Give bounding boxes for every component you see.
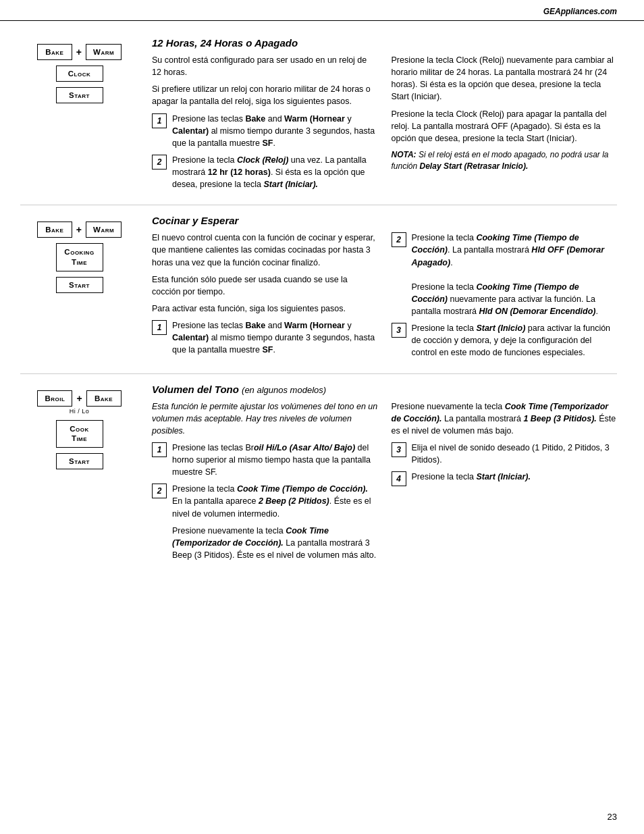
step-1-volumen: 1 Presione las teclas Broil Hi/Lo (Asar … (152, 442, 378, 478)
step-4-volumen: 4 Presione la tecla Start (Iniciar). (392, 471, 618, 486)
title-cocinar: Cocinar y Esperar (152, 215, 617, 226)
content-cocinar: Cocinar y Esperar El nuevo control cuent… (138, 215, 617, 363)
para-2-cocinar: Esta función sólo puede ser usada cuando… (152, 273, 378, 298)
key-row-bake-warm-1: Bake + Warm (37, 44, 122, 60)
step-num-v2: 2 (152, 484, 167, 498)
steps-left-cocinar: 1 Presione las teclas Bake and Warm (Hor… (152, 319, 378, 356)
page-number: 23 (608, 812, 617, 822)
section-12horas: Bake + Warm Clock Start 12 Horas, 24 Hor… (20, 28, 617, 205)
section-cocinar: Bake + Warm CookingTime Start Cocinar y … (20, 205, 617, 373)
plus-2: + (76, 224, 82, 235)
cook-time-key: CookTime (56, 420, 103, 448)
cols-volumen: Esta función le permite ajustar los volú… (152, 400, 617, 566)
broil-key: Broil (37, 390, 72, 407)
warm-key-2: Warm (86, 221, 122, 238)
page-content: Bake + Warm Clock Start 12 Horas, 24 Hor… (0, 21, 644, 581)
bake-key-3: Bake (86, 390, 122, 407)
col-right-volumen: Presione nuevamente la tecla Cook Time (… (392, 400, 618, 566)
title-12horas: 12 Horas, 24 Horas o Apagado (152, 37, 617, 49)
plus-1: + (76, 47, 82, 57)
step-2-cocinar: 2 Presione la tecla Cooking Time (Tiempo… (392, 232, 618, 317)
content-volumen: Volumen del Tono (en algunos modelos) Es… (138, 384, 617, 566)
step-text-2: Presione la tecla Clock (Reloj) una vez.… (172, 154, 378, 190)
para-r1-volumen: Presione nuevamente la tecla Cook Time (… (392, 400, 618, 437)
step-3-cocinar: 3 Presione la tecla Start (Inicio) para … (392, 322, 618, 359)
key-row-cook-time: CookTime (56, 420, 103, 448)
diagram-cocinar: Bake + Warm CookingTime Start (20, 215, 138, 363)
key-row-cooking-time: CookingTime (56, 243, 103, 271)
page-header: GEAppliances.com (0, 0, 644, 21)
step-2-volumen: 2 Presione la tecla Cook Time (Tiempo de… (152, 483, 378, 519)
steps-right-volumen: 3 Elija el nivel de sonido deseado (1 Pi… (392, 442, 618, 486)
step-text-v1: Presione las teclas Broil Hi/Lo (Asar Al… (172, 442, 378, 478)
cols-cocinar: El nuevo control cuenta con la función d… (152, 232, 617, 363)
step-text-v2: Presione la tecla Cook Time (Tiempo de C… (172, 483, 378, 519)
step-3-volumen: 3 Elija el nivel de sonido deseado (1 Pi… (392, 442, 618, 466)
para-r1-12horas: Presione la tecla Clock (Reloj) nuevamen… (392, 54, 618, 103)
content-12horas: 12 Horas, 24 Horas o Apagado Su control … (138, 37, 617, 195)
step-text-c1: Presione las teclas Bake and Warm (Horne… (172, 319, 378, 356)
step-num-2: 2 (152, 155, 167, 170)
para-1-12horas: Su control está configurado para ser usa… (152, 54, 378, 78)
steps-left-volumen: 1 Presione las teclas Broil Hi/Lo (Asar … (152, 442, 378, 520)
title-volumen: Volumen del Tono (en algunos modelos) (152, 384, 617, 395)
plus-3: + (76, 393, 82, 404)
step-num-v4: 4 (392, 471, 406, 486)
section-volumen: Broil + Bake Hi / Lo CookTime Start Volu… (20, 374, 617, 575)
hilo-label: Hi / Lo (70, 408, 90, 415)
key-row-clock: Clock (56, 66, 103, 82)
para-2-12horas: Si prefiere utilizar un reloj con horari… (152, 83, 378, 107)
step-num-1: 1 (152, 113, 167, 128)
key-row-start-3: Start (56, 453, 103, 469)
website-url: GEAppliances.com (543, 7, 617, 16)
step-text-v4: Presione la tecla Start (Iniciar). (412, 471, 531, 483)
step-num-v3: 3 (392, 442, 406, 457)
step-1-12horas: 1 Presione las teclas Bake and Warm (Hor… (152, 113, 378, 149)
cooking-time-key: CookingTime (56, 243, 103, 271)
step-text-c2: Presione la tecla Cooking Time (Tiempo d… (412, 232, 618, 317)
cols-12horas: Su control está configurado para ser usa… (152, 54, 617, 195)
bake-key-2: Bake (37, 221, 72, 238)
para-3-cocinar: Para activar esta función, siga los sigu… (152, 303, 378, 315)
diagram-volumen: Broil + Bake Hi / Lo CookTime Start (20, 384, 138, 566)
start-key-3: Start (56, 453, 103, 469)
step-1-cocinar: 1 Presione las teclas Bake and Warm (Hor… (152, 319, 378, 356)
steps-left-12horas: 1 Presione las teclas Bake and Warm (Hor… (152, 113, 378, 191)
start-key-1: Start (56, 87, 103, 103)
bake-key-1: Bake (37, 44, 72, 60)
step-num-c1: 1 (152, 320, 167, 335)
key-row-start-1: Start (56, 87, 103, 103)
col-right-cocinar: 2 Presione la tecla Cooking Time (Tiempo… (392, 232, 618, 363)
para-1-volumen: Esta función le permite ajustar los volú… (152, 400, 378, 437)
col-right-12horas: Presione la tecla Clock (Reloj) nuevamen… (392, 54, 618, 195)
col-left-volumen: Esta función le permite ajustar los volú… (152, 400, 378, 566)
steps-right-cocinar: 2 Presione la tecla Cooking Time (Tiempo… (392, 232, 618, 359)
col-left-12horas: Su control está configurado para ser usa… (152, 54, 378, 195)
key-row-broil-bake: Broil + Bake (37, 390, 121, 407)
clock-key: Clock (56, 66, 103, 82)
step-num-c3: 3 (392, 323, 406, 338)
step-2-12horas: 2 Presione la tecla Clock (Reloj) una ve… (152, 154, 378, 190)
start-key-2: Start (56, 277, 103, 293)
warm-key-1: Warm (86, 44, 122, 60)
step-num-v1: 1 (152, 442, 167, 457)
step-text-c3: Presione la tecla Start (Inicio) para ac… (412, 322, 618, 359)
step-num-c2: 2 (392, 232, 406, 247)
note-12horas: NOTA: Si el reloj está en el modo apagad… (392, 149, 618, 172)
diagram-12horas: Bake + Warm Clock Start (20, 37, 138, 195)
para-r2-12horas: Presione la tecla Clock (Reloj) para apa… (392, 108, 618, 145)
key-row-bake-warm-2: Bake + Warm (37, 221, 122, 238)
substep-volumen: Presione nuevamente la tecla Cook Time (… (172, 525, 378, 561)
col-left-cocinar: El nuevo control cuenta con la función d… (152, 232, 378, 363)
step-text-1: Presione las teclas Bake and Warm (Horne… (172, 113, 378, 149)
para-1-cocinar: El nuevo control cuenta con la función d… (152, 232, 378, 268)
step-text-v3: Elija el nivel de sonido deseado (1 Piti… (412, 442, 618, 466)
key-row-start-2: Start (56, 277, 103, 293)
